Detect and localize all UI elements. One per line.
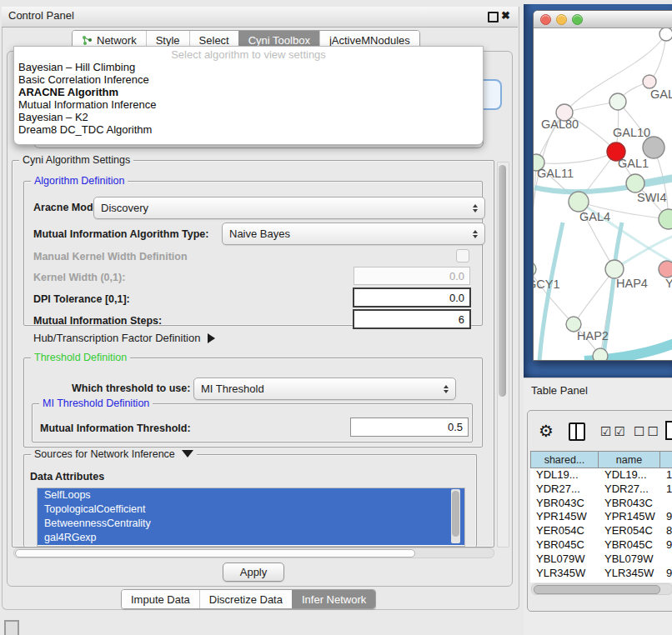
control-panel-title: Control Panel bbox=[8, 9, 74, 22]
table-cell[interactable]: YIL052C bbox=[599, 580, 660, 582]
dropdown-item[interactable]: Basic Correlation Inference bbox=[14, 73, 483, 86]
hub-definition-toggle[interactable]: Hub/Transcription Factor Definition bbox=[33, 332, 215, 344]
attributes-list-scrollbar[interactable] bbox=[451, 489, 460, 543]
table-cell[interactable]: 9. bbox=[660, 510, 672, 524]
table-cell[interactable]: 8. bbox=[660, 524, 672, 538]
dropdown-item[interactable]: Mutual Information Inference bbox=[14, 98, 483, 111]
control-panel-titlebar[interactable] bbox=[2, 7, 518, 28]
table-cell[interactable]: YIL052C bbox=[530, 580, 599, 582]
node-gal4[interactable] bbox=[569, 192, 589, 212]
dropdown-item[interactable]: Bayesian – K2 bbox=[14, 111, 483, 123]
table-cell[interactable] bbox=[660, 552, 672, 567]
settings-horizontal-scrollbar[interactable] bbox=[13, 548, 494, 558]
network-view-window[interactable]: GAL GAL80 GAL10 GAL1 GAL11 SWI4 GAL4 GCY… bbox=[533, 10, 672, 361]
columns-icon[interactable] bbox=[569, 422, 585, 441]
node-gray[interactable] bbox=[643, 137, 664, 158]
sources-group-title[interactable]: Sources for Network Inference bbox=[31, 448, 197, 460]
close-icon[interactable]: ✖ bbox=[501, 9, 510, 22]
node-hap4[interactable] bbox=[605, 260, 624, 278]
column-header[interactable]: shared... bbox=[530, 451, 599, 468]
list-item[interactable]: BetweennessCentrality bbox=[38, 517, 464, 531]
node[interactable] bbox=[659, 28, 672, 41]
which-threshold-combo[interactable]: MI Threshold bbox=[193, 378, 456, 400]
list-item[interactable]: gal4RGexp bbox=[38, 531, 464, 545]
dpi-tolerance-input[interactable] bbox=[353, 288, 471, 308]
column-header[interactable]: name bbox=[599, 451, 660, 468]
scrollbar-thumb[interactable] bbox=[534, 585, 660, 594]
data-attributes-list[interactable]: SelfLoops TopologicalCoefficient Between… bbox=[37, 488, 465, 547]
node-swi4[interactable] bbox=[626, 174, 644, 192]
table-cell[interactable]: 13 bbox=[660, 468, 672, 482]
dropdown-item[interactable]: Bayesian – Hill Climbing bbox=[14, 61, 483, 73]
dropdown-hint: Select algorithm to view settings bbox=[14, 47, 483, 61]
table-horizontal-scrollbar[interactable] bbox=[531, 583, 672, 595]
table-cell[interactable]: YDL19... bbox=[599, 468, 660, 482]
table-cell[interactable]: YBL079W bbox=[530, 552, 599, 567]
table-cell[interactable]: YLR345W bbox=[599, 567, 660, 581]
minimized-panel-icon[interactable] bbox=[4, 620, 19, 635]
scrollbar-thumb[interactable] bbox=[452, 491, 459, 537]
zoom-traffic-light-icon[interactable] bbox=[572, 14, 583, 25]
network-graph: GAL GAL80 GAL10 GAL1 GAL11 SWI4 GAL4 GCY… bbox=[534, 28, 672, 360]
node[interactable] bbox=[593, 348, 608, 360]
algorithm-dropdown-popup: Select algorithm to view settings Bayesi… bbox=[13, 46, 484, 145]
table-cell[interactable]: 9 bbox=[660, 580, 672, 582]
node[interactable] bbox=[659, 209, 672, 229]
table-cell[interactable]: YPR145W bbox=[530, 510, 599, 524]
manual-kernel-width-checkbox[interactable] bbox=[456, 249, 469, 262]
table-cell[interactable]: YBR043C bbox=[599, 497, 660, 511]
table-cell[interactable]: YDL19... bbox=[530, 468, 599, 482]
node-gal10[interactable] bbox=[609, 93, 626, 110]
list-item[interactable]: SelfLoops bbox=[38, 488, 464, 502]
node-table[interactable]: shared... name A YDL19... YDL19... 13 YD… bbox=[530, 451, 672, 582]
node-gal-top[interactable] bbox=[643, 75, 656, 88]
unchecked-pair-icon[interactable]: ☐☐ bbox=[634, 424, 661, 439]
table-cell[interactable]: YPR145W bbox=[599, 510, 660, 524]
node-gcy1[interactable] bbox=[534, 262, 536, 277]
gear-icon[interactable]: ⚙ bbox=[539, 421, 554, 441]
table-cell[interactable]: YDR27... bbox=[530, 482, 599, 497]
table-cell[interactable]: YBR045C bbox=[599, 538, 660, 552]
aracne-mode-label: Aracne Mode: bbox=[33, 202, 103, 213]
tab-discretize-data[interactable]: Discretize Data bbox=[199, 590, 292, 608]
table-cell[interactable]: YBL079W bbox=[599, 552, 660, 567]
minimize-traffic-light-icon[interactable] bbox=[556, 14, 567, 25]
aracne-mode-combo[interactable]: Discovery bbox=[93, 197, 485, 219]
table-cell[interactable]: YLR345W bbox=[530, 567, 599, 581]
table-cell[interactable]: 9. bbox=[660, 567, 672, 581]
scrollbar-thumb[interactable] bbox=[499, 165, 506, 397]
node-label: HAP2 bbox=[577, 329, 609, 342]
mi-steps-label: Mutual Information Steps: bbox=[33, 315, 162, 327]
tab-impute-data[interactable]: Impute Data bbox=[122, 590, 199, 608]
table-cell[interactable] bbox=[660, 497, 672, 511]
node-label: GAL1 bbox=[618, 157, 649, 170]
list-item[interactable]: TopologicalCoefficient bbox=[38, 502, 464, 517]
node-label: HAP4 bbox=[616, 277, 648, 290]
dropdown-item-selected[interactable]: ARACNE Algorithm bbox=[14, 86, 483, 98]
mi-steps-input[interactable] bbox=[353, 309, 471, 329]
close-traffic-light-icon[interactable] bbox=[540, 14, 551, 25]
mi-threshold-input[interactable] bbox=[350, 418, 469, 437]
dropdown-item[interactable]: Dream8 DC_TDC Algorithm bbox=[14, 123, 483, 136]
table-cell[interactable]: YER054C bbox=[530, 524, 599, 538]
table-cell[interactable]: YBR045C bbox=[530, 538, 599, 552]
table-cell[interactable]: YBR043C bbox=[530, 497, 599, 511]
scrollbar-thumb[interactable] bbox=[15, 549, 415, 558]
table-cell[interactable]: YER054C bbox=[599, 524, 660, 538]
column-header[interactable]: A bbox=[660, 451, 672, 468]
algorithm-definition-title: Algorithm Definition bbox=[31, 175, 128, 187]
network-window-titlebar[interactable] bbox=[534, 11, 672, 28]
checked-pair-icon[interactable]: ☑☑ bbox=[600, 424, 628, 439]
node-pink[interactable] bbox=[659, 261, 672, 278]
float-window-icon[interactable] bbox=[488, 12, 499, 22]
mi-algorithm-type-combo[interactable]: Naive Bayes bbox=[222, 222, 485, 245]
table-cell[interactable]: 9. bbox=[660, 538, 672, 552]
apply-button[interactable]: Apply bbox=[223, 562, 284, 582]
network-canvas[interactable]: GAL GAL80 GAL10 GAL1 GAL11 SWI4 GAL4 GCY… bbox=[534, 28, 672, 360]
table-cell[interactable]: 12 bbox=[660, 482, 672, 497]
document-icon[interactable] bbox=[665, 421, 672, 440]
table-cell[interactable]: YDR27... bbox=[599, 482, 660, 497]
tab-infer-network[interactable]: Infer Network bbox=[292, 590, 375, 608]
settings-vertical-scrollbar[interactable] bbox=[497, 162, 509, 548]
kernel-width-input[interactable] bbox=[354, 267, 470, 285]
